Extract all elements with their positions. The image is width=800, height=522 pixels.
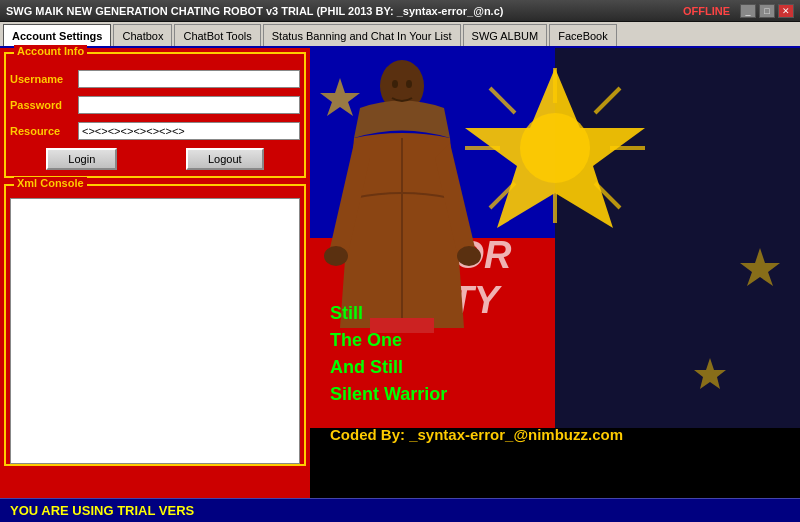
logout-button[interactable]: Logout	[186, 148, 264, 170]
coded-by-text: Coded By: _syntax-error_@nimbuzz.com	[330, 426, 623, 443]
window-controls: _ □ ✕	[740, 4, 794, 18]
action-buttons: Login Logout	[10, 146, 300, 172]
right-panel: HONOR DIGNITY	[310, 48, 800, 498]
close-button[interactable]: ✕	[778, 4, 794, 18]
resource-label: Resource	[10, 125, 78, 137]
svg-rect-3	[555, 48, 800, 428]
tab-facebook[interactable]: FaceBook	[549, 24, 617, 46]
overlay-line2: The One	[330, 327, 447, 354]
password-input[interactable]	[78, 96, 300, 114]
main-content: Account Info Username Password Resource …	[0, 48, 800, 498]
xml-console-textarea[interactable]	[10, 198, 300, 464]
tab-chatbot-tools[interactable]: ChatBot Tools	[174, 24, 260, 46]
svg-point-21	[324, 246, 348, 266]
tab-bar: Account Settings Chatbox ChatBot Tools S…	[0, 22, 800, 48]
login-button[interactable]: Login	[46, 148, 117, 170]
password-label: Password	[10, 99, 78, 111]
xml-console-group: Xml Console	[4, 184, 306, 466]
svg-point-24	[406, 80, 412, 88]
title-bar: SWG MAIK NEW GENERATION CHATING ROBOT v3…	[0, 0, 800, 22]
connection-status: OFFLINE	[683, 5, 730, 17]
minimize-button[interactable]: _	[740, 4, 756, 18]
tab-chatbox[interactable]: Chatbox	[113, 24, 172, 46]
tab-swg-album[interactable]: SWG ALBUM	[463, 24, 548, 46]
overlay-text: Still The One And Still Silent Warrior	[330, 300, 447, 408]
status-text: YOU ARE USING TRIAL VERS	[10, 503, 194, 518]
username-input[interactable]	[78, 70, 300, 88]
maximize-button[interactable]: □	[759, 4, 775, 18]
svg-point-22	[457, 246, 481, 266]
overlay-line4: Silent Warrior	[330, 381, 447, 408]
username-label: Username	[10, 73, 78, 85]
account-info-label: Account Info	[14, 45, 87, 57]
left-panel: Account Info Username Password Resource …	[0, 48, 310, 498]
tab-account-settings[interactable]: Account Settings	[3, 24, 111, 46]
resource-input[interactable]	[78, 122, 300, 140]
resource-row: Resource	[10, 122, 300, 140]
password-row: Password	[10, 96, 300, 114]
xml-console-label: Xml Console	[14, 177, 87, 189]
username-row: Username	[10, 70, 300, 88]
svg-point-23	[392, 80, 398, 88]
status-bar: YOU ARE USING TRIAL VERS	[0, 498, 800, 522]
overlay-line3: And Still	[330, 354, 447, 381]
svg-point-5	[520, 113, 590, 183]
account-info-group: Account Info Username Password Resource …	[4, 52, 306, 178]
title-bar-text: SWG MAIK NEW GENERATION CHATING ROBOT v3…	[6, 5, 503, 17]
tab-status-banning[interactable]: Status Banning and Chat In Your List	[263, 24, 461, 46]
overlay-line1: Still	[330, 300, 447, 327]
